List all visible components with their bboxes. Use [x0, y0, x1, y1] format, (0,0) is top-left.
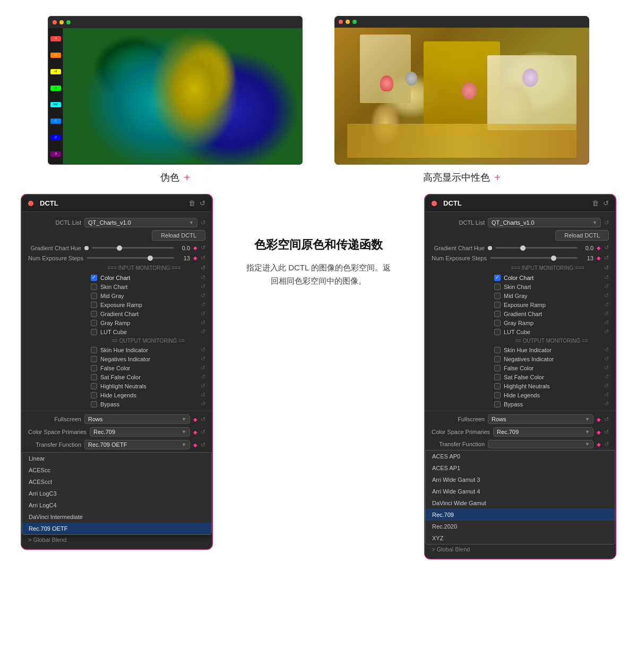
left-dctl-list-reset[interactable]: ↺	[201, 219, 205, 226]
checkbox[interactable]	[91, 284, 97, 290]
dropdown-item[interactable]: DaVinci Wide Gamut	[426, 497, 615, 509]
left-global-blend[interactable]: > Global Blend	[22, 535, 212, 545]
reset-icon-right[interactable]: ↺	[603, 199, 609, 207]
right-colorspace-reset[interactable]: ↺	[604, 429, 609, 436]
reset-icon[interactable]: ↺	[200, 199, 205, 207]
list-item[interactable]: Skin Chart ↺	[22, 282, 212, 291]
dropdown-item[interactable]: Arri LogC3	[22, 488, 211, 499]
diamond-icon-r3[interactable]: ◆	[597, 416, 601, 422]
checkbox[interactable]	[91, 311, 97, 317]
right-label-plus[interactable]: +	[494, 172, 501, 184]
checkbox-reset[interactable]: ↺	[604, 328, 609, 335]
left-input-reset[interactable]: ↺	[201, 265, 205, 271]
diamond-icon-r5[interactable]: ◆	[597, 441, 601, 447]
checkbox-reset[interactable]: ↺	[604, 319, 609, 326]
left-fullscreen-reset[interactable]: ↺	[201, 416, 205, 423]
right-transfer-select[interactable]: ▼	[488, 440, 593, 448]
checkbox[interactable]	[494, 392, 501, 398]
checkbox[interactable]	[494, 329, 501, 335]
checkbox-reset[interactable]: ↺	[604, 346, 609, 353]
checkbox-reset[interactable]: ↺	[604, 292, 609, 299]
checkbox[interactable]	[91, 374, 97, 380]
list-item[interactable]: ✓ Color Chart ↺	[425, 273, 615, 282]
left-fullscreen-select[interactable]: Rows ▼	[84, 414, 190, 424]
checkbox-reset[interactable]: ↺	[604, 382, 609, 389]
checkbox[interactable]	[91, 347, 97, 353]
checkbox[interactable]: ✓	[494, 275, 501, 281]
checkbox[interactable]	[91, 302, 97, 308]
checkbox[interactable]	[91, 329, 97, 335]
checkbox[interactable]	[91, 320, 97, 326]
checkbox[interactable]	[494, 383, 501, 389]
checkbox[interactable]	[494, 374, 501, 380]
diamond-icon-r4[interactable]: ◆	[597, 429, 601, 435]
checkbox-reset[interactable]: ↺	[201, 392, 205, 398]
right-gradient-slider[interactable]	[495, 247, 578, 249]
trash-icon-right[interactable]: 🗑	[592, 199, 599, 207]
list-item[interactable]: Gray Ramp ↺	[22, 318, 212, 327]
dropdown-item[interactable]: Linear	[22, 453, 211, 464]
checkbox-reset[interactable]: ↺	[201, 310, 205, 317]
right-gradient-reset[interactable]: ↺	[604, 244, 609, 251]
list-item[interactable]: Skin Hue Indicator ↺	[425, 345, 615, 354]
checkbox-reset[interactable]: ↺	[604, 274, 609, 281]
right-gradient-thumb[interactable]	[520, 245, 526, 251]
right-dctl-list-reset[interactable]: ↺	[604, 219, 609, 226]
list-item[interactable]: Exposure Ramp ↺	[22, 300, 212, 309]
dropdown-item[interactable]: ACEScct	[22, 476, 211, 488]
checkbox-reset[interactable]: ↺	[604, 301, 609, 308]
list-item[interactable]: Bypass ↺	[425, 399, 615, 409]
right-input-reset[interactable]: ↺	[604, 265, 609, 271]
diamond-icon-3[interactable]: ◆	[193, 416, 197, 422]
list-item[interactable]: LUT Cube ↺	[425, 327, 615, 336]
right-reload-button[interactable]: Reload DCTL	[555, 230, 609, 241]
diamond-icon[interactable]: ◆	[193, 245, 197, 251]
left-exposure-thumb[interactable]	[148, 256, 153, 261]
list-item[interactable]: Highlight Neutrals ↺	[425, 381, 615, 390]
list-item[interactable]: ✓ Color Chart ↺	[22, 273, 212, 282]
dropdown-item[interactable]: ACES AP0	[426, 450, 615, 462]
diamond-icon-5[interactable]: ◆	[193, 442, 197, 448]
list-item[interactable]: Mid Gray ↺	[22, 291, 212, 300]
checkbox-reset[interactable]: ↺	[604, 283, 609, 290]
checkbox-reset[interactable]: ↺	[201, 364, 205, 371]
checkbox-reset[interactable]: ↺	[201, 346, 205, 353]
list-item[interactable]: False Color ↺	[425, 363, 615, 372]
checkbox-reset[interactable]: ↺	[201, 301, 205, 308]
left-dctl-list-select[interactable]: QT_Charts_v1.0 ▼	[84, 218, 197, 227]
dropdown-item[interactable]: Rec.709	[426, 509, 615, 521]
checkbox[interactable]	[494, 320, 501, 326]
trash-icon[interactable]: 🗑	[188, 199, 195, 207]
checkbox-reset[interactable]: ↺	[604, 310, 609, 317]
checkbox-reset[interactable]: ↺	[604, 364, 609, 371]
list-item[interactable]: Mid Gray ↺	[425, 291, 615, 300]
dropdown-item[interactable]: XYZ	[426, 532, 615, 544]
list-item[interactable]: Gradient Chart ↺	[22, 309, 212, 318]
checkbox-reset[interactable]: ↺	[201, 401, 205, 407]
dropdown-item[interactable]: ACEScc	[22, 464, 211, 476]
checkbox-reset[interactable]: ↺	[604, 355, 609, 362]
checkbox[interactable]	[494, 356, 501, 362]
left-label-plus[interactable]: +	[184, 172, 190, 184]
right-exposure-slider[interactable]	[490, 257, 578, 259]
list-item[interactable]: Gray Ramp ↺	[425, 318, 615, 327]
list-item[interactable]: LUT Cube ↺	[22, 327, 212, 336]
dropdown-item[interactable]: Rec.2020	[426, 521, 615, 532]
checkbox-reset[interactable]: ↺	[201, 355, 205, 362]
list-item[interactable]: Sat False Color ↺	[22, 372, 212, 381]
dropdown-item[interactable]: Arri Wide Gamut 4	[426, 486, 615, 497]
list-item[interactable]: Hide Legends ↺	[425, 390, 615, 399]
checkbox-reset[interactable]: ↺	[604, 401, 609, 407]
diamond-icon-r2[interactable]: ◆	[597, 255, 601, 261]
checkbox[interactable]	[494, 284, 501, 290]
checkbox[interactable]	[494, 401, 501, 407]
checkbox[interactable]	[494, 302, 501, 308]
checkbox[interactable]	[91, 383, 97, 389]
diamond-icon-4[interactable]: ◆	[193, 429, 197, 435]
checkbox[interactable]	[91, 356, 97, 362]
list-item[interactable]: Bypass ↺	[22, 399, 212, 409]
list-item[interactable]: Highlight Neutrals ↺	[22, 381, 212, 390]
left-gradient-slider[interactable]	[92, 247, 174, 249]
right-exposure-thumb[interactable]	[551, 256, 556, 261]
list-item[interactable]: Sat False Color ↺	[425, 372, 615, 381]
